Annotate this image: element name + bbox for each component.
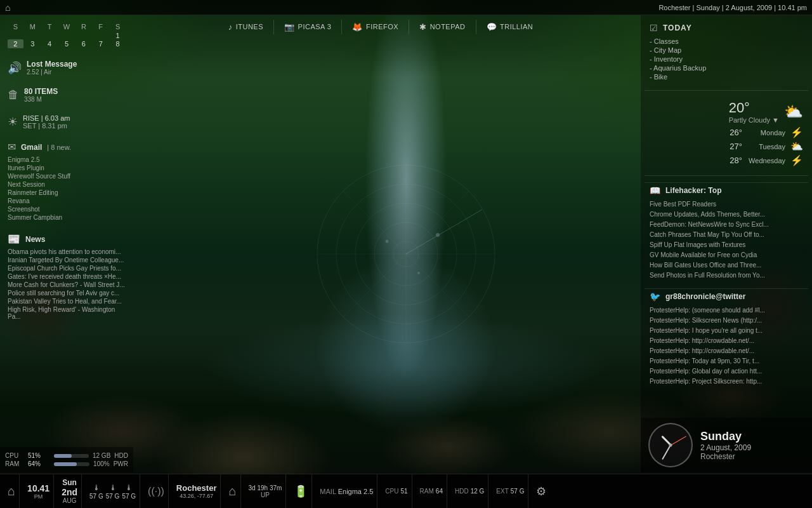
home-icon-top[interactable]: ⌂ [5, 3, 10, 13]
trash-size: 338 M [24, 96, 58, 103]
taskbar: ⌂ 10.41 PM Sun 2nd AUG 🌡 57 G 🌡 57 G 🌡 5… [0, 474, 812, 508]
news-icon: 📰 [8, 233, 20, 245]
weather-day-0: 26° Monday ⚡ [650, 126, 803, 138]
topbar-left: ⌂ [5, 3, 10, 13]
news-items: Obama pivots his attention to economi...… [8, 248, 126, 321]
set-time: 8.31 pm [42, 122, 67, 130]
gmail-item-5[interactable]: Revana [8, 197, 126, 205]
weather-temp: 20° [729, 100, 779, 116]
tw-item-3[interactable]: ProtesterHelp: http://crowdable.net/... [650, 336, 803, 346]
gmail-item-4[interactable]: Rainmeter Editing [8, 189, 126, 197]
tb-uptime: 3d 19h 37m UP [249, 485, 282, 498]
tb-temp-section: 🌡 57 G 🌡 57 G 🌡 57 G [86, 474, 140, 508]
tw-item-0[interactable]: ProtesterHelp: (someone should add #l... [650, 305, 803, 316]
calendar-header: S M T W R F S [8, 23, 126, 30]
forecast-temp-1: 27° [723, 142, 742, 151]
svg-point-10 [436, 233, 440, 237]
lh-item-4[interactable]: Spiff Up Flat Images with Textures [650, 240, 803, 250]
battery-icon: 🔋 [294, 485, 308, 498]
twitter-title: gr88chronicle@twitter [665, 292, 745, 301]
divider-2 [645, 175, 808, 176]
lh-item-2[interactable]: FeedDemon: NetNewsWire to Sync Excl... [650, 220, 803, 230]
tb-hdd-stat: HDD 12 G [455, 488, 484, 495]
news-item-3[interactable]: Gates: I've received death threats ×He..… [8, 272, 126, 281]
music-artist: Air [44, 69, 51, 76]
lh-item-6[interactable]: How Bill Gates Uses Office and Three... [650, 260, 803, 271]
gmail-item-0[interactable]: Enigma 2.5 [8, 156, 126, 164]
news-item-6[interactable]: Pakistan Valley Tries to Heal, and Fear.… [8, 297, 126, 305]
cal-row-2: 2 3 4 5 6 7 8 [8, 39, 126, 48]
lh-item-7[interactable]: Send Photos in Full Resolution from Yo..… [650, 271, 803, 281]
gmail-item-2[interactable]: Werewolf Source Stuff [8, 172, 126, 180]
music-icon: 🔊 [8, 61, 22, 75]
cal-d0 [8, 32, 23, 39]
gmail-item-1[interactable]: Itunes Plugin [8, 164, 126, 172]
today-item-0: - Classes [650, 37, 803, 46]
gmail-item-6[interactable]: Screenshot [8, 205, 126, 213]
news-item-0[interactable]: Obama pivots his attention to economi... [8, 248, 126, 256]
tb-temp-val-2: 57 G [106, 493, 120, 500]
tw-item-6[interactable]: ProtesterHelp: Global day of action htt.… [650, 366, 803, 377]
tw-item-2[interactable]: ProtesterHelp: I hope you're all going t… [650, 326, 803, 336]
tb-home2-section: ⌂ [225, 474, 240, 508]
music-title: Lost Message [27, 60, 126, 69]
app-itunes[interactable]: ♪ ITUNES [218, 20, 274, 34]
app-picasa[interactable]: 📷 PICASA 3 [274, 20, 342, 34]
news-item-2[interactable]: Episcopal Church Picks Gay Priests fo... [8, 264, 126, 272]
tb-gear-btn[interactable]: ⚙ [536, 485, 546, 498]
news-item-5[interactable]: Police still searching for Tel Aviv gay … [8, 289, 126, 297]
lh-item-0[interactable]: Five Best PDF Readers [650, 199, 803, 210]
lh-item-1[interactable]: Chrome Updates, Adds Themes, Better... [650, 210, 803, 220]
forecast-temp-0: 26° [723, 128, 742, 137]
cpu-label: CPU [5, 452, 24, 459]
ram-val: 64% [28, 460, 50, 467]
news-item-7[interactable]: High Risk, High Reward' - Washington Pa.… [8, 305, 126, 321]
forecast-day-2: Wednesday [747, 157, 785, 164]
forecast-icon-0: ⚡ [790, 126, 803, 138]
gmail-item-7[interactable]: Summer Campbian [8, 213, 126, 222]
ram-bar-fill [54, 462, 77, 466]
today-item-1: - City Map [650, 46, 803, 55]
tb-time-block: 10.41 PM [27, 483, 49, 500]
tb-home-btn[interactable]: ⌂ [8, 484, 15, 498]
lh-item-3[interactable]: Catch Phrases That May Tip You Off to... [650, 230, 803, 240]
tb-ext-label: EXT [496, 488, 508, 495]
trash-info: 80 ITEMS 338 M [24, 87, 58, 103]
tb-ram-val: 64 [436, 488, 443, 495]
app-trillian[interactable]: 💬 TRILLIAN [476, 20, 544, 34]
lh-item-5[interactable]: GV Mobile Available for Free on Cydia [650, 250, 803, 260]
tb-uptime-section: 3d 19h 37m UP [245, 474, 287, 508]
tw-item-1[interactable]: ProtesterHelp: Silkscreen News (http:/..… [650, 316, 803, 326]
news-item-4[interactable]: More Cash for Clunkers? - Wall Street J.… [8, 281, 126, 289]
news-widget: 📰 News Obama pivots his attention to eco… [3, 231, 131, 323]
tb-home-section: ⌂ [4, 474, 20, 508]
clock-city: Rochester [700, 452, 751, 461]
calendar-widget: S M T W R F S 1 2 3 4 5 6 7 8 [3, 20, 131, 51]
ram-label: RAM [5, 460, 24, 467]
weather-forecast: 26° Monday ⚡ 27° Tuesday ⛅ 28° Wednesday… [650, 126, 803, 166]
tb-loc-coords: 43.26, -77.67 [176, 493, 217, 499]
weather-day-1: 27° Tuesday ⛅ [650, 140, 803, 152]
tb-home2-btn[interactable]: ⌂ [228, 484, 236, 498]
tw-item-5[interactable]: ProtesterHelp: Today at 9pm, 30 Tir, t..… [650, 356, 803, 366]
tb-hdd-val: 12 G [471, 488, 485, 495]
app-notepad[interactable]: ✱ NOTEPAD [409, 20, 476, 34]
today-widget: ☑ TODAY - Classes - City Map - Inventory… [645, 20, 808, 84]
news-item-1[interactable]: Iranian Targeted By Onetime Colleague... [8, 256, 126, 264]
cal-hdr-f: F [93, 23, 108, 30]
tb-mail-section: MAIL Enigma 2.5 [316, 474, 377, 508]
twitter-items: ProtesterHelp: (someone should add #l...… [650, 305, 803, 387]
app-firefox[interactable]: 🦊 FIREFOX [342, 20, 409, 34]
firefox-icon: 🦊 [352, 22, 363, 32]
tw-item-7[interactable]: ProtesterHelp: Project Silkscreen: http.… [650, 377, 803, 387]
sun-rise: RISE | 6.03 am [23, 114, 70, 122]
analog-clock [648, 423, 693, 467]
tb-ext-section: EXT 57 G [492, 474, 528, 508]
gmail-item-3[interactable]: Next Session [8, 180, 126, 189]
tw-item-4[interactable]: ProtesterHelp: http://crowdable.net/... [650, 346, 803, 356]
weather-day-2: 28° Wednesday ⚡ [650, 154, 803, 166]
gmail-count: | 8 new. [47, 144, 71, 151]
set-label: SET [23, 122, 36, 130]
tb-ext-val: 57 G [511, 488, 525, 495]
trillian-icon: 💬 [487, 22, 497, 32]
